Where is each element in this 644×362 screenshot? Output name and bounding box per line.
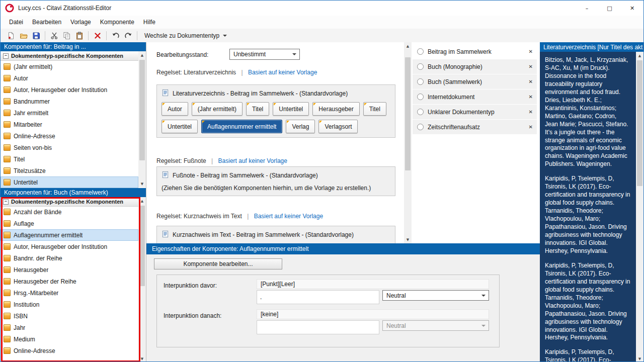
component-item[interactable]: Online-Adresse <box>1 130 138 142</box>
component-item[interactable]: Jahr <box>1 322 138 333</box>
scroll-down-icon[interactable]: ▼ <box>138 355 146 362</box>
scroll-down-icon[interactable]: ▼ <box>636 355 643 362</box>
after-input[interactable] <box>257 320 379 334</box>
scrollbar-thumb[interactable] <box>139 60 145 160</box>
close-icon[interactable]: ✕ <box>529 124 533 130</box>
doctype-row[interactable]: Buch (Sammelwerk)✕ <box>413 74 537 89</box>
based-on-link[interactable]: Basiert auf keiner Vorlage <box>248 69 317 76</box>
edit-component-button[interactable]: Komponente bearbeiten... <box>154 258 282 269</box>
cut-button[interactable] <box>48 30 60 41</box>
scroll-up-icon[interactable]: ▲ <box>404 42 412 50</box>
radio-button[interactable] <box>417 94 424 100</box>
template-box-footnote[interactable]: Fußnote - Beitrag im Sammelwerk - (Stand… <box>156 166 395 196</box>
scrollbar-thumb[interactable] <box>139 206 145 286</box>
component-item[interactable]: Anzahl der Bände <box>1 206 138 218</box>
doctype-row[interactable]: Beitrag im Sammelwerk✕ <box>413 44 537 59</box>
menu-item-2[interactable]: Bearbeiten <box>28 16 66 28</box>
maximize-button[interactable]: □ <box>598 1 621 16</box>
template-chip[interactable]: Untertitel <box>162 120 198 133</box>
doctype-row[interactable]: Buch (Monographie)✕ <box>413 59 537 74</box>
template-chip[interactable]: Titel <box>363 102 386 116</box>
component-item[interactable]: ISBN <box>1 310 138 322</box>
collapse-icon[interactable]: − <box>3 53 9 59</box>
scrollbar-thumb[interactable] <box>405 57 411 170</box>
component-item[interactable]: Auflage <box>1 218 138 229</box>
component-item[interactable]: Mitarbeiter <box>1 119 138 130</box>
template-chip[interactable]: Verlag <box>286 120 315 133</box>
template-chip[interactable]: Herausgeber <box>312 102 359 116</box>
template-chip[interactable]: Autor <box>162 102 188 116</box>
delete-button[interactable] <box>91 30 104 41</box>
status-combobox[interactable]: Unbestimmt <box>229 49 300 60</box>
open-button[interactable] <box>17 30 30 41</box>
menu-item-3[interactable]: Vorlage <box>66 16 96 28</box>
component-item[interactable]: Online-Adresse <box>1 345 138 356</box>
collapse-icon[interactable]: − <box>3 199 9 205</box>
component-item[interactable]: Hrsg.-Mitarbeiter <box>1 287 138 299</box>
close-button[interactable]: ✕ <box>621 1 643 16</box>
doctype-row[interactable]: Unklarer Dokumententyp✕ <box>413 105 537 119</box>
component-item[interactable]: Autor, Herausgeber oder Institution <box>1 84 138 96</box>
panel2-scrollbar[interactable]: ▲ ▼ <box>138 197 146 362</box>
close-icon[interactable]: ✕ <box>529 79 533 84</box>
switch-doctype-dropdown[interactable]: Wechsle zu Dokumententyp <box>140 31 231 41</box>
scroll-up-icon[interactable]: ▲ <box>636 52 643 59</box>
scroll-down-icon[interactable]: ▼ <box>138 180 146 188</box>
template-box-bibliography[interactable]: Literaturverzeichnis - Beitrag im Sammel… <box>156 84 395 138</box>
menu-item-5[interactable]: Hilfe <box>139 16 160 28</box>
minimize-button[interactable]: – <box>576 1 598 16</box>
panel1-scrollbar[interactable]: ▲ ▼ <box>138 51 146 188</box>
template-chip[interactable]: Auflagennummer ermittelt <box>201 120 282 133</box>
copy-button[interactable] <box>60 30 73 41</box>
save-button[interactable] <box>30 30 42 41</box>
scroll-up-icon[interactable]: ▲ <box>138 197 146 205</box>
component-item[interactable]: Auflagennummer ermittelt <box>1 229 138 241</box>
undo-button[interactable] <box>109 30 122 41</box>
doctype-row[interactable]: Zeitschriftenaufsatz✕ <box>413 120 537 134</box>
component-item[interactable]: Titelzusätze <box>1 165 138 176</box>
new-file-button[interactable] <box>5 30 17 41</box>
close-icon[interactable]: ✕ <box>529 109 533 115</box>
component-item[interactable]: (Jahr ermittelt) <box>1 61 138 72</box>
component-item[interactable]: Autor, Herausgeber oder Institution <box>1 241 138 252</box>
template-chip[interactable]: Untertitel <box>273 102 309 116</box>
component-item[interactable]: Bandnummer <box>1 96 138 107</box>
radio-button[interactable] <box>417 109 424 115</box>
scrollbar-thumb[interactable] <box>637 60 642 186</box>
component-item[interactable]: Seiten von-bis <box>1 142 138 153</box>
radio-button[interactable] <box>417 78 424 85</box>
based-on-link[interactable]: Basiert auf keiner Vorlage <box>254 213 323 220</box>
template-chip[interactable]: (Jahr ermittelt) <box>192 102 243 116</box>
scroll-up-icon[interactable]: ▲ <box>138 51 146 59</box>
component-item[interactable]: Medium <box>1 333 138 345</box>
menu-item-1[interactable]: Datei <box>5 16 28 28</box>
scroll-down-icon[interactable]: ▼ <box>404 236 412 243</box>
close-icon[interactable]: ✕ <box>529 64 533 69</box>
template-chip[interactable]: Verlagsort <box>318 120 358 133</box>
before-input[interactable] <box>257 290 379 304</box>
component-item[interactable]: Autor <box>1 72 138 84</box>
radio-button[interactable] <box>417 124 424 130</box>
before-style-combobox[interactable]: Neutral <box>382 290 489 301</box>
ruleset-scrollbar[interactable]: ▲ ▼ <box>404 42 412 243</box>
component-item[interactable]: Titel <box>1 153 138 165</box>
component-item[interactable]: Herausgeber <box>1 264 138 276</box>
preview-scrollbar[interactable]: ▲ ▼ <box>636 52 643 362</box>
close-icon[interactable]: ✕ <box>529 94 533 100</box>
component-item[interactable]: Bandnr. der Reihe <box>1 252 138 264</box>
based-on-link[interactable]: Basiert auf keiner Vorlage <box>218 157 287 164</box>
radio-button[interactable] <box>417 48 424 55</box>
close-icon[interactable]: ✕ <box>529 49 533 54</box>
component-item[interactable]: Jahr ermittelt <box>1 107 138 119</box>
paste-button[interactable] <box>73 30 86 41</box>
after-style-combobox[interactable]: Neutral <box>382 320 489 331</box>
template-chip[interactable]: Titel <box>246 102 269 116</box>
template-box-intext[interactable]: Kurznachweis im Text - Beitrag im Sammel… <box>156 226 395 243</box>
radio-button[interactable] <box>417 63 424 70</box>
menu-item-4[interactable]: Komponente <box>96 16 139 28</box>
component-item[interactable]: Herausgeber der Reihe <box>1 276 138 287</box>
redo-button[interactable] <box>122 30 134 41</box>
component-item[interactable]: Institution <box>1 299 138 310</box>
component-item[interactable]: Untertitel <box>1 176 138 188</box>
doctype-row[interactable]: Internetdokument✕ <box>413 89 537 104</box>
